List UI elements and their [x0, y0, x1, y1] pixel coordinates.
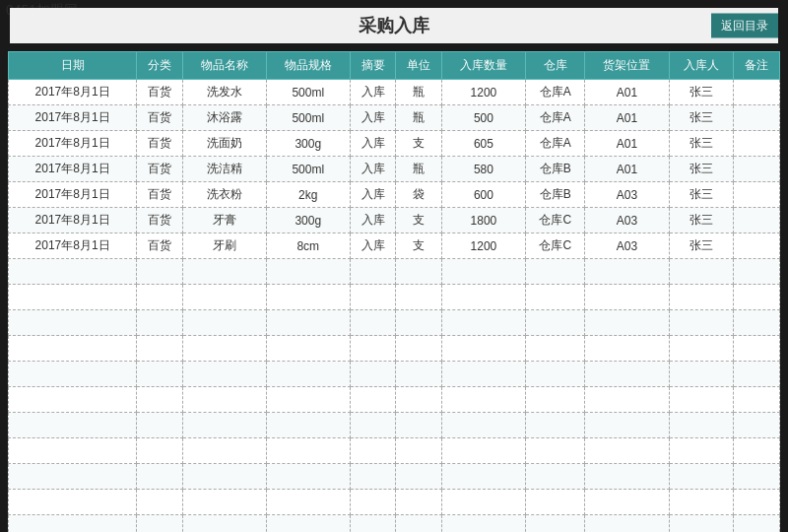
- empty-cell: [669, 285, 734, 310]
- empty-cell: [734, 413, 780, 438]
- table-row: 2017年8月1日百货洗洁精500ml入库瓶580仓库BA01张三: [9, 157, 780, 182]
- empty-cell: [182, 515, 266, 533]
- empty-cell: [9, 285, 137, 310]
- empty-row: [9, 515, 780, 533]
- empty-cell: [182, 464, 266, 490]
- empty-cell: [137, 464, 183, 490]
- empty-cell: [396, 438, 442, 464]
- empty-row: [9, 362, 780, 387]
- column-header: 入库人: [669, 52, 734, 80]
- empty-cell: [585, 285, 669, 310]
- table-cell: 仓库A: [525, 80, 584, 105]
- empty-cell: [137, 336, 183, 362]
- empty-cell: [137, 387, 183, 413]
- empty-cell: [137, 413, 183, 438]
- table-cell: [734, 105, 780, 131]
- table-cell: 张三: [669, 105, 734, 131]
- empty-cell: [350, 464, 396, 490]
- table-cell: [734, 131, 780, 157]
- table-cell: 洗洁精: [182, 157, 266, 182]
- table-cell: 入库: [350, 80, 396, 105]
- empty-cell: [441, 336, 525, 362]
- table-cell: 百货: [137, 80, 183, 105]
- table-cell: 入库: [350, 131, 396, 157]
- empty-cell: [266, 413, 350, 438]
- column-header: 备注: [734, 52, 780, 80]
- table-cell: A03: [585, 182, 669, 208]
- empty-cell: [182, 387, 266, 413]
- table-cell: 500ml: [266, 105, 350, 131]
- empty-cell: [525, 464, 584, 490]
- empty-cell: [266, 515, 350, 533]
- empty-cell: [585, 464, 669, 490]
- empty-cell: [669, 362, 734, 387]
- table-cell: 仓库A: [525, 131, 584, 157]
- column-header: 单位: [396, 52, 442, 80]
- empty-row: [9, 310, 780, 336]
- table-cell: 瓶: [396, 105, 442, 131]
- column-header: 物品名称: [182, 52, 266, 80]
- page-container: 0451加盟网 采购入库 返回目录 日期分类物品名称物品规格摘要单位入库数量仓库…: [0, 0, 788, 532]
- table-cell: 300g: [266, 131, 350, 157]
- table-cell: 百货: [137, 182, 183, 208]
- empty-cell: [182, 490, 266, 515]
- empty-cell: [137, 362, 183, 387]
- empty-cell: [669, 310, 734, 336]
- empty-cell: [441, 285, 525, 310]
- empty-cell: [396, 362, 442, 387]
- return-button[interactable]: 返回目录: [711, 14, 778, 38]
- table-cell: 2017年8月1日: [9, 182, 137, 208]
- table-cell: A01: [585, 80, 669, 105]
- empty-cell: [350, 310, 396, 336]
- empty-cell: [266, 438, 350, 464]
- empty-cell: [734, 362, 780, 387]
- empty-cell: [525, 438, 584, 464]
- empty-cell: [525, 362, 584, 387]
- empty-row: [9, 387, 780, 413]
- empty-cell: [350, 259, 396, 285]
- empty-cell: [396, 515, 442, 533]
- empty-cell: [266, 310, 350, 336]
- empty-cell: [585, 490, 669, 515]
- empty-cell: [9, 310, 137, 336]
- table-cell: 仓库C: [525, 208, 584, 233]
- empty-cell: [585, 310, 669, 336]
- table-cell: 2017年8月1日: [9, 105, 137, 131]
- empty-cell: [585, 259, 669, 285]
- empty-cell: [350, 515, 396, 533]
- empty-cell: [441, 515, 525, 533]
- table-cell: 沐浴露: [182, 105, 266, 131]
- empty-cell: [137, 285, 183, 310]
- table-cell: [734, 80, 780, 105]
- empty-cell: [9, 413, 137, 438]
- empty-cell: [9, 336, 137, 362]
- table-cell: A01: [585, 157, 669, 182]
- table-row: 2017年8月1日百货洗发水500ml入库瓶1200仓库AA01张三: [9, 80, 780, 105]
- table-cell: 张三: [669, 182, 734, 208]
- empty-cell: [441, 362, 525, 387]
- empty-cell: [182, 438, 266, 464]
- empty-cell: [266, 259, 350, 285]
- table-cell: A03: [585, 208, 669, 233]
- empty-cell: [734, 464, 780, 490]
- table-cell: 张三: [669, 233, 734, 259]
- table-cell: 2kg: [266, 182, 350, 208]
- empty-cell: [669, 336, 734, 362]
- empty-row: [9, 464, 780, 490]
- table-row: 2017年8月1日百货牙刷8cm入库支1200仓库CA03张三: [9, 233, 780, 259]
- empty-cell: [734, 259, 780, 285]
- empty-cell: [266, 362, 350, 387]
- column-header: 货架位置: [585, 52, 669, 80]
- table-cell: 张三: [669, 208, 734, 233]
- table-row: 2017年8月1日百货沐浴露500ml入库瓶500仓库AA01张三: [9, 105, 780, 131]
- table-wrapper: 日期分类物品名称物品规格摘要单位入库数量仓库货架位置入库人备注 2017年8月1…: [0, 51, 788, 532]
- empty-cell: [266, 336, 350, 362]
- empty-cell: [350, 438, 396, 464]
- table-cell: 1200: [441, 80, 525, 105]
- table-cell: 百货: [137, 157, 183, 182]
- table-cell: 洗面奶: [182, 131, 266, 157]
- empty-cell: [585, 336, 669, 362]
- table-cell: 500: [441, 105, 525, 131]
- table-cell: 仓库B: [525, 157, 584, 182]
- empty-cell: [396, 387, 442, 413]
